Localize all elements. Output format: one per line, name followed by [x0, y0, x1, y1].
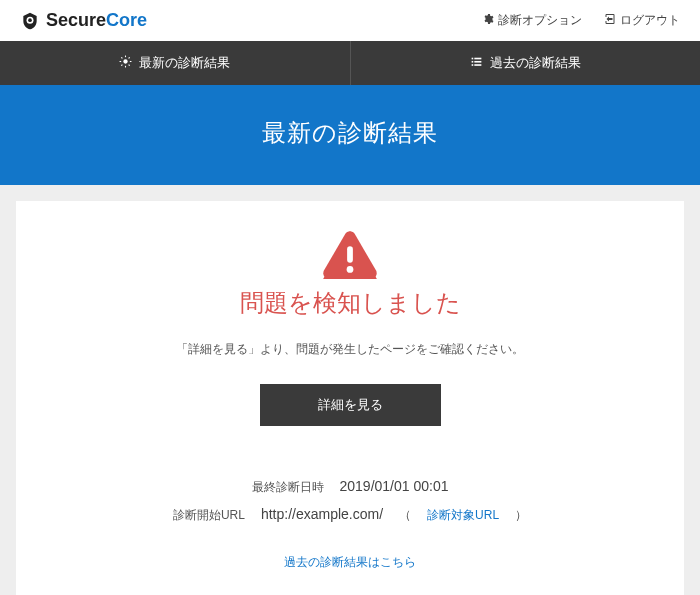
main-nav: 最新の診断結果 過去の診断結果 [0, 41, 700, 85]
svg-rect-14 [474, 61, 481, 63]
logout-link[interactable]: ログアウト [604, 12, 680, 29]
svg-point-1 [28, 18, 32, 22]
list-icon [470, 55, 483, 71]
page-body: 問題を検知しました 「詳細を見る」より、問題が発生したページをご確認ください。 … [0, 185, 700, 595]
svg-rect-16 [474, 64, 481, 66]
svg-rect-15 [471, 64, 473, 66]
svg-line-7 [122, 57, 123, 58]
detail-button[interactable]: 詳細を見る [260, 384, 441, 426]
topbar: SecureCore 診断オプション ログアウト [0, 0, 700, 41]
brand-logo[interactable]: SecureCore [20, 10, 147, 31]
page-title: 最新の診断結果 [0, 117, 700, 149]
nav-past[interactable]: 過去の診断結果 [350, 41, 701, 85]
last-time-value: 2019/01/01 00:01 [340, 478, 449, 494]
past-results-link[interactable]: 過去の診断結果はこちら [284, 555, 416, 569]
options-link[interactable]: 診断オプション [482, 12, 582, 29]
sun-icon [119, 55, 132, 71]
nav-latest[interactable]: 最新の診断結果 [0, 41, 350, 85]
meta-block: 最終診断日時 2019/01/01 00:01 診断開始URL http://e… [40, 478, 660, 524]
svg-rect-11 [471, 58, 473, 60]
svg-point-2 [124, 59, 128, 63]
status-title: 問題を検知しました [40, 287, 660, 319]
svg-point-18 [347, 266, 354, 273]
svg-rect-13 [471, 61, 473, 63]
paren-close: ） [515, 507, 527, 524]
last-time-label: 最終診断日時 [252, 479, 324, 496]
brand-mark-icon [20, 11, 40, 31]
logout-icon [604, 13, 616, 28]
target-url-link[interactable]: 診断対象URL [427, 507, 499, 524]
svg-rect-12 [474, 58, 481, 60]
options-label: 診断オプション [498, 12, 582, 29]
brand-name: SecureCore [46, 10, 147, 31]
status-text: 「詳細を見る」より、問題が発生したページをご確認ください。 [40, 341, 660, 358]
svg-line-10 [129, 57, 130, 58]
logout-label: ログアウト [620, 12, 680, 29]
warning-icon [40, 231, 660, 279]
paren-open: （ [399, 507, 411, 524]
nav-latest-label: 最新の診断結果 [139, 54, 230, 72]
result-card: 問題を検知しました 「詳細を見る」より、問題が発生したページをご確認ください。 … [16, 201, 684, 595]
past-results-link-row: 過去の診断結果はこちら [40, 554, 660, 571]
hero: 最新の診断結果 [0, 85, 700, 185]
nav-past-label: 過去の診断結果 [490, 54, 581, 72]
svg-line-8 [129, 65, 130, 66]
gear-icon [482, 13, 494, 28]
svg-rect-17 [347, 246, 353, 262]
svg-line-9 [122, 65, 123, 66]
start-url-label: 診断開始URL [173, 507, 245, 524]
start-url-value: http://example.com/ [261, 506, 383, 522]
